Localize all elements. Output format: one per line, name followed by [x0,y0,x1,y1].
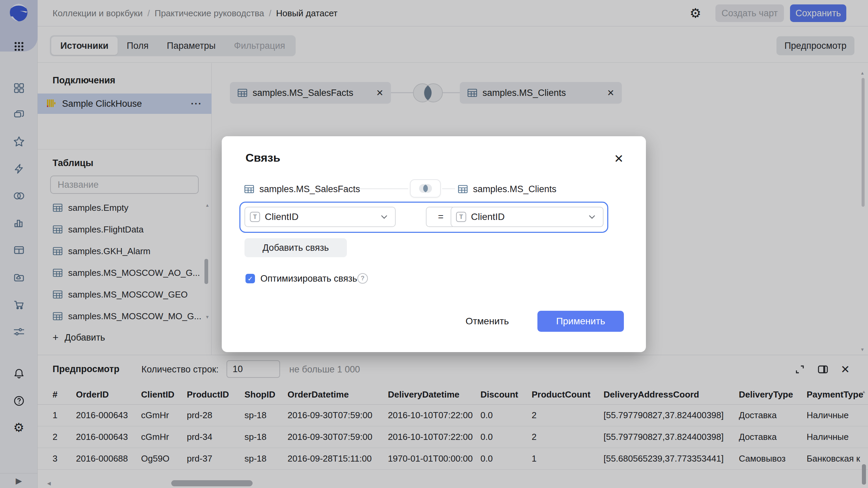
optimize-checkbox[interactable]: ✓ [245,274,255,283]
modal-left-table-label: samples.MS_SalesFacts [259,184,360,195]
table-icon [458,185,468,194]
left-field-value: ClientID [265,211,299,222]
field-type-icon: T [456,212,466,222]
table-icon [244,185,254,194]
close-glyph: ✕ [614,152,624,165]
modal-right-table: samples.MS_Clients [458,183,556,195]
apply-label: Применить [556,316,605,327]
join-link-modal: Связь ✕ samples.MS_SalesFacts samples.MS… [222,136,646,352]
join-connector-line [442,188,455,189]
cancel-button[interactable]: Отменить [460,311,514,331]
join-connector-line [357,188,408,189]
add-link-label: Добавить связь [262,243,329,253]
join-condition-row: T ClientID = T ClientID [239,202,608,233]
left-field-select[interactable]: T ClientID [244,207,396,227]
chevron-down-icon [381,215,388,219]
add-link-button[interactable]: Добавить связь [244,238,347,257]
right-field-value: ClientID [471,211,505,222]
field-type-icon: T [250,212,260,222]
check-icon: ✓ [248,275,253,283]
apply-button[interactable]: Применить [537,311,624,332]
modal-title: Связь [245,151,280,164]
operator-value: = [438,211,443,222]
cancel-label: Отменить [466,316,509,327]
modal-left-table: samples.MS_SalesFacts [244,183,360,195]
modal-right-table-label: samples.MS_Clients [473,184,556,195]
help-glyph: ? [361,275,364,282]
join-type-venn-icon [416,182,435,195]
optimize-label: Оптимизировать связь [260,273,357,284]
join-type-toggle[interactable] [410,179,441,198]
optimize-help-icon[interactable]: ? [357,273,368,284]
chevron-down-icon [589,215,595,219]
right-field-select[interactable]: T ClientID [451,207,604,227]
modal-close-icon[interactable]: ✕ [611,151,626,166]
datalens-dataset-editor: ⚙ ▶ Коллекции и воркбуки / Практические … [0,0,868,488]
